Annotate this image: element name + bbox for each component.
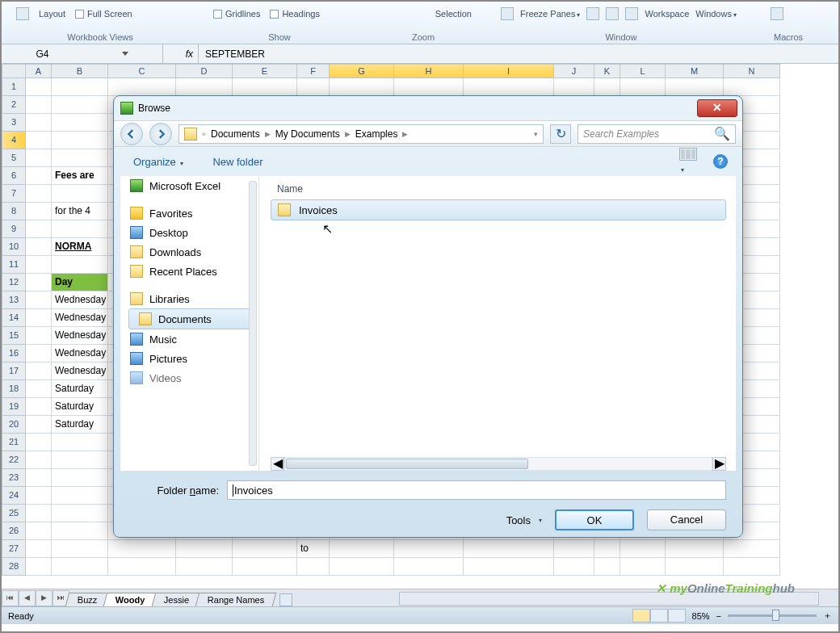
layout-view-btn[interactable] <box>650 609 668 623</box>
col-A[interactable]: A <box>26 64 52 78</box>
breadcrumb[interactable]: « Documents▶ My Documents▶ Examples▶ ▾ <box>178 124 544 144</box>
gridlines-toggle[interactable]: Gridlines <box>213 9 260 19</box>
tree-desktop[interactable]: Desktop <box>120 223 258 242</box>
row-19[interactable]: 19 <box>2 398 26 416</box>
ok-button[interactable]: OK <box>555 509 634 530</box>
forward-button[interactable] <box>149 123 172 145</box>
row-8[interactable]: 8 <box>2 203 26 220</box>
row-15[interactable]: 15 <box>2 327 26 345</box>
workspace-btn[interactable]: Workspace <box>645 9 689 19</box>
tab-nav-arrows[interactable]: ⏮◀▶⏭ <box>2 590 69 606</box>
col-D[interactable]: D <box>176 64 233 78</box>
tools-menu[interactable]: Tools▾ <box>506 514 542 526</box>
fullscreen-toggle[interactable]: Full Screen <box>75 9 132 19</box>
row-24[interactable]: 24 <box>2 487 26 505</box>
layout-icon[interactable] <box>16 7 29 20</box>
row-3[interactable]: 3 <box>2 114 26 132</box>
crumb-examples[interactable]: Examples <box>355 128 398 140</box>
zoom-percent[interactable]: 85% <box>692 611 710 621</box>
close-button[interactable]: ✕ <box>697 99 737 117</box>
cancel-button[interactable]: Cancel <box>647 509 726 530</box>
row-20[interactable]: 20 <box>2 416 26 434</box>
col-I[interactable]: I <box>464 64 554 78</box>
layout-btn[interactable]: Layout <box>39 9 65 19</box>
crumb-documents[interactable]: Documents <box>211 128 260 140</box>
tree-documents[interactable]: Documents <box>128 308 250 329</box>
row-7[interactable]: 7 <box>2 185 26 203</box>
row-27[interactable]: 27 <box>2 540 26 558</box>
row-11[interactable]: 11 <box>2 256 26 274</box>
macros-icon[interactable] <box>771 7 783 20</box>
search-input[interactable]: Search Examples 🔍 <box>578 124 736 144</box>
col-H[interactable]: H <box>394 64 464 78</box>
tree-libraries[interactable]: Libraries <box>120 289 258 308</box>
row-10[interactable]: 10 <box>2 238 26 256</box>
row-14[interactable]: 14 <box>2 309 26 327</box>
zoom-slider[interactable] <box>728 614 817 617</box>
column-name-header[interactable]: Name <box>271 181 726 199</box>
col-L[interactable]: L <box>620 64 666 78</box>
tree-favorites[interactable]: Favorites <box>120 203 258 223</box>
row-16[interactable]: 16 <box>2 345 26 363</box>
row-25[interactable]: 25 <box>2 505 26 522</box>
windows-btn[interactable]: Windows▾ <box>695 9 737 19</box>
row-22[interactable]: 22 <box>2 451 26 469</box>
col-M[interactable]: M <box>666 64 724 78</box>
col-K[interactable]: K <box>594 64 620 78</box>
list-item[interactable]: Invoices <box>271 199 726 220</box>
split-icon[interactable] <box>586 7 599 20</box>
row-4[interactable]: 4 <box>2 132 26 149</box>
nav-tree[interactable]: Microsoft Excel Favorites Desktop Downlo… <box>120 176 259 471</box>
freeze-panes-btn[interactable]: Freeze Panes▾ <box>520 9 580 19</box>
unhide-icon[interactable] <box>625 7 638 20</box>
crumb-mydocuments[interactable]: My Documents <box>275 128 340 140</box>
col-C[interactable]: C <box>108 64 176 78</box>
normal-view-btn[interactable] <box>632 609 650 623</box>
row-2[interactable]: 2 <box>2 96 26 114</box>
select-all-corner[interactable] <box>2 64 26 78</box>
row-9[interactable]: 9 <box>2 220 26 238</box>
list-hscroll[interactable]: ◀▶ <box>271 456 726 471</box>
pagebreak-view-btn[interactable] <box>668 609 686 623</box>
new-sheet-icon[interactable] <box>279 593 292 606</box>
back-button[interactable] <box>120 123 143 145</box>
help-icon[interactable]: ? <box>713 154 728 169</box>
col-N[interactable]: N <box>724 64 780 78</box>
name-dropdown-icon[interactable] <box>122 52 128 56</box>
zoom-out-btn[interactable]: − <box>716 611 721 621</box>
zoom-in-btn[interactable]: ＋ <box>823 610 832 622</box>
name-box[interactable]: G4 <box>2 44 163 63</box>
tree-music[interactable]: Music <box>120 329 258 349</box>
formula-input[interactable]: SEPTEMBER <box>199 48 838 60</box>
row-5[interactable]: 5 <box>2 149 26 167</box>
view-mode-buttons[interactable] <box>632 609 686 623</box>
tree-msexcel[interactable]: Microsoft Excel <box>120 176 258 195</box>
refresh-button[interactable]: ↻ <box>550 124 571 144</box>
fx-button[interactable]: fx <box>163 44 199 63</box>
tree-downloads[interactable]: Downloads <box>120 242 258 262</box>
row-6[interactable]: 6 <box>2 167 26 185</box>
view-options-btn[interactable]: ▾ <box>679 148 697 175</box>
tree-pictures[interactable]: Pictures <box>120 349 258 368</box>
col-E[interactable]: E <box>233 64 297 78</box>
foldername-input[interactable]: Invoices <box>227 480 726 500</box>
col-G[interactable]: G <box>330 64 394 78</box>
organize-menu[interactable]: Organize ▾ <box>133 156 183 168</box>
hide-icon[interactable] <box>606 7 619 20</box>
row-17[interactable]: 17 <box>2 363 26 380</box>
col-F[interactable]: F <box>297 64 330 78</box>
file-list[interactable]: Name Invoices ↖ ◀▶ <box>259 176 736 471</box>
row-28[interactable]: 28 <box>2 558 26 576</box>
tree-recent[interactable]: Recent Places <box>120 262 258 281</box>
col-B[interactable]: B <box>52 64 108 78</box>
row-18[interactable]: 18 <box>2 380 26 398</box>
row-12[interactable]: 12 <box>2 274 26 291</box>
dialog-titlebar[interactable]: Browse ✕ <box>114 96 742 120</box>
zoom-selection-btn[interactable]: Selection <box>435 9 472 19</box>
tree-videos[interactable]: Videos <box>120 368 258 388</box>
new-folder-btn[interactable]: New folder <box>212 156 262 168</box>
headings-toggle[interactable]: Headings <box>270 9 319 19</box>
row-26[interactable]: 26 <box>2 522 26 540</box>
tab-range-names[interactable]: Range Names <box>195 593 277 606</box>
row-23[interactable]: 23 <box>2 469 26 487</box>
